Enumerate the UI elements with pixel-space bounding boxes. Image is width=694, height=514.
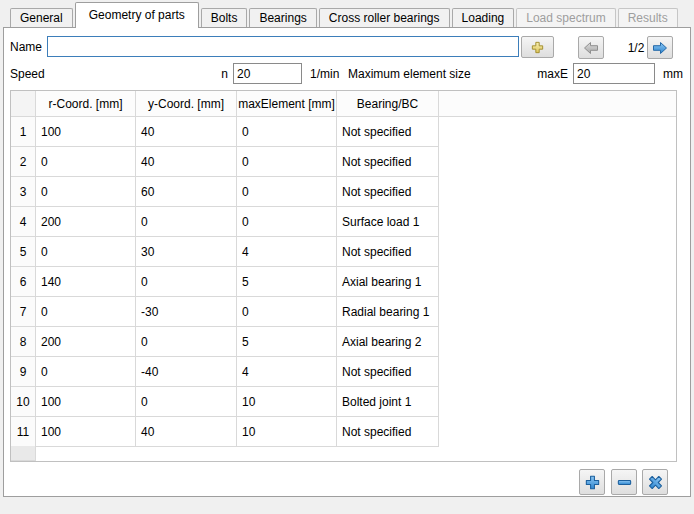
clear-rows-button[interactable] xyxy=(642,469,668,495)
minus-icon-blue xyxy=(616,474,633,491)
cell-y-coord[interactable]: 30 xyxy=(136,237,237,267)
corner-header-cell xyxy=(11,91,36,116)
max-element-size-input[interactable] xyxy=(573,63,655,84)
row-number-cell[interactable]: 11 xyxy=(11,417,36,447)
cell-bearing-bc[interactable]: Not specified xyxy=(337,417,439,447)
row-number-cell[interactable]: 9 xyxy=(11,357,36,387)
row-number-cell[interactable]: 7 xyxy=(11,297,36,327)
cell-y-coord[interactable]: 0 xyxy=(136,387,237,417)
application-window: { "tabs": [ {"label": "General", "state"… xyxy=(0,0,694,514)
cell-bearing-bc[interactable]: Bolted joint 1 xyxy=(337,387,439,417)
add-name-button[interactable] xyxy=(521,36,554,58)
tab-bar: GeneralGeometry of partsBoltsBearingsCro… xyxy=(10,2,680,28)
tab-load-spectrum: Load spectrum xyxy=(516,8,615,27)
cell-bearing-bc[interactable]: Axial bearing 2 xyxy=(337,327,439,357)
cell-max-element[interactable]: 10 xyxy=(237,417,337,447)
add-row-button[interactable] xyxy=(579,469,605,495)
name-input[interactable] xyxy=(47,36,519,57)
cell-y-coord[interactable]: 60 xyxy=(136,177,237,207)
prev-page-button[interactable] xyxy=(578,36,604,59)
row-number-cell[interactable]: 2 xyxy=(11,147,36,177)
column-header-bearing-bc[interactable]: Bearing/BC xyxy=(337,91,439,116)
row-number-cell[interactable]: 8 xyxy=(11,327,36,357)
table-row: 11 100 40 10 Not specified xyxy=(11,417,676,447)
cell-max-element[interactable]: 5 xyxy=(237,267,337,297)
cell-r-coord[interactable]: 100 xyxy=(36,387,136,417)
table-row: 8 200 0 5 Axial bearing 2 xyxy=(11,327,676,357)
cell-bearing-bc[interactable]: Surface load 1 xyxy=(337,207,439,237)
cell-r-coord[interactable]: 0 xyxy=(36,147,136,177)
cell-r-coord[interactable]: 0 xyxy=(36,357,136,387)
cell-bearing-bc[interactable]: Not specified xyxy=(337,117,439,147)
geometry-of-parts-pane: Name 1/2 Speed n 1/min Maximum element s… xyxy=(3,27,691,497)
cell-bearing-bc[interactable]: Radial bearing 1 xyxy=(337,297,439,327)
tab-loading[interactable]: Loading xyxy=(452,8,515,27)
cell-r-coord[interactable]: 100 xyxy=(36,417,136,447)
tab-geometry-of-parts[interactable]: Geometry of parts xyxy=(75,2,199,28)
cell-max-element[interactable]: 0 xyxy=(237,207,337,237)
cell-y-coord[interactable]: 0 xyxy=(136,327,237,357)
tab-general[interactable]: General xyxy=(10,8,73,27)
cell-bearing-bc[interactable]: Not specified xyxy=(337,357,439,387)
cell-r-coord[interactable]: 0 xyxy=(36,297,136,327)
cell-max-element[interactable]: 4 xyxy=(237,357,337,387)
cell-bearing-bc[interactable]: Not specified xyxy=(337,237,439,267)
remove-row-button[interactable] xyxy=(611,469,637,495)
cell-bearing-bc[interactable]: Not specified xyxy=(337,177,439,207)
cell-max-element[interactable]: 0 xyxy=(237,177,337,207)
speed-input[interactable] xyxy=(233,63,302,84)
table-header-row: r-Coord. [mm] y-Coord. [mm] maxElement [… xyxy=(11,91,676,117)
row-number-cell[interactable]: 5 xyxy=(11,237,36,267)
table-row: 1 100 40 0 Not specified xyxy=(11,117,676,147)
row-number-cell[interactable]: 6 xyxy=(11,267,36,297)
cell-r-coord[interactable]: 0 xyxy=(36,237,136,267)
max-element-symbol: maxE xyxy=(532,67,568,81)
table-row: 7 0 -30 0 Radial bearing 1 xyxy=(11,297,676,327)
column-header-r-coord[interactable]: r-Coord. [mm] xyxy=(36,91,136,116)
cell-max-element[interactable]: 0 xyxy=(237,297,337,327)
speed-unit: 1/min xyxy=(310,67,339,81)
plus-icon-blue xyxy=(584,474,601,491)
empty-row-header-stub xyxy=(11,446,36,461)
tab-bearings[interactable]: Bearings xyxy=(249,8,316,27)
cell-bearing-bc[interactable]: Axial bearing 1 xyxy=(337,267,439,297)
cell-bearing-bc[interactable]: Not specified xyxy=(337,147,439,177)
cell-r-coord[interactable]: 140 xyxy=(36,267,136,297)
plus-icon-yellow xyxy=(530,40,545,55)
cell-y-coord[interactable]: -30 xyxy=(136,297,237,327)
row-number-cell[interactable]: 4 xyxy=(11,207,36,237)
arrow-right-icon xyxy=(652,41,668,55)
column-header-y-coord[interactable]: y-Coord. [mm] xyxy=(136,91,237,116)
cell-y-coord[interactable]: 0 xyxy=(136,207,237,237)
row-number-cell[interactable]: 10 xyxy=(11,387,36,417)
table-body: 1 100 40 0 Not specified 2 0 40 0 Not sp… xyxy=(11,117,676,447)
cell-y-coord[interactable]: -40 xyxy=(136,357,237,387)
cell-y-coord[interactable]: 40 xyxy=(136,417,237,447)
cell-y-coord[interactable]: 40 xyxy=(136,147,237,177)
column-header-max-element[interactable]: maxElement [mm] xyxy=(237,91,337,116)
arrow-left-icon xyxy=(583,41,599,55)
cell-r-coord[interactable]: 0 xyxy=(36,177,136,207)
row-number-cell[interactable]: 3 xyxy=(11,177,36,207)
cell-r-coord[interactable]: 200 xyxy=(36,207,136,237)
table-row: 10 100 0 10 Bolted joint 1 xyxy=(11,387,676,417)
cell-y-coord[interactable]: 40 xyxy=(136,117,237,147)
max-element-size-label: Maximum element size xyxy=(348,67,471,81)
max-element-unit: mm xyxy=(663,67,683,81)
cell-r-coord[interactable]: 200 xyxy=(36,327,136,357)
next-page-button[interactable] xyxy=(647,36,673,59)
cell-max-element[interactable]: 0 xyxy=(237,147,337,177)
cell-max-element[interactable]: 4 xyxy=(237,237,337,267)
cell-y-coord[interactable]: 0 xyxy=(136,267,237,297)
tab-results: Results xyxy=(618,8,678,27)
cell-max-element[interactable]: 5 xyxy=(237,327,337,357)
cell-max-element[interactable]: 10 xyxy=(237,387,337,417)
cell-max-element[interactable]: 0 xyxy=(237,117,337,147)
tab-cross-roller-bearings[interactable]: Cross roller bearings xyxy=(319,8,450,27)
tab-bolts[interactable]: Bolts xyxy=(201,8,248,27)
table-row: 5 0 30 4 Not specified xyxy=(11,237,676,267)
row-number-cell[interactable]: 1 xyxy=(11,117,36,147)
cell-r-coord[interactable]: 100 xyxy=(36,117,136,147)
table-row: 3 0 60 0 Not specified xyxy=(11,177,676,207)
cross-icon-blue xyxy=(647,474,664,491)
